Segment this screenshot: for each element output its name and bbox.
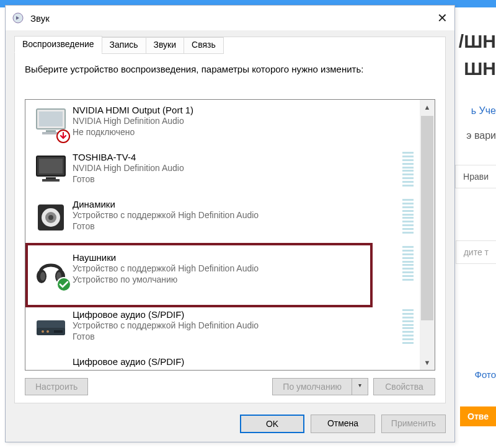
spdif-icon <box>29 308 73 348</box>
device-controller: Устройство с поддержкой High Definition … <box>73 320 416 331</box>
svg-rect-2 <box>39 112 63 126</box>
bg-link-1[interactable]: ь Уче <box>471 105 496 116</box>
bg-input-box[interactable]: дите т <box>456 240 496 264</box>
instructions-text: Выберите устройство воспроизведения, пар… <box>25 63 435 76</box>
monitor-icon <box>29 151 73 190</box>
device-status: Не подключено <box>73 126 416 138</box>
properties-button[interactable]: Свойства <box>373 378 435 395</box>
sheet-button-row: Настроить По умолчанию ▾ Свойства <box>25 378 435 395</box>
level-meter <box>402 152 414 187</box>
device-name: Цифровое аудио (S/PDIF) <box>73 356 416 367</box>
device-item[interactable]: NVIDIA HDMI Output (Port 1) NVIDIA High … <box>25 100 420 147</box>
device-controller: Устройство с поддержкой High Definition … <box>73 263 416 274</box>
headphones-icon <box>29 251 73 291</box>
device-list[interactable]: NVIDIA HDMI Output (Port 1) NVIDIA High … <box>25 100 420 370</box>
close-button[interactable]: ✕ <box>430 6 454 30</box>
svg-rect-3 <box>46 130 56 132</box>
set-default-button[interactable]: По умолчанию ▾ <box>272 378 368 395</box>
svg-rect-8 <box>46 177 56 179</box>
tab-recording[interactable]: Запись <box>102 37 146 54</box>
device-name: NVIDIA HDMI Output (Port 1) <box>73 105 416 115</box>
configure-button[interactable]: Настроить <box>25 378 88 395</box>
chevron-down-icon[interactable]: ▾ <box>352 379 368 395</box>
device-status: Готов <box>73 331 416 342</box>
device-status: Готов <box>73 173 416 185</box>
device-item[interactable]: Цифровое аудио (S/PDIF) Устройство с под… <box>25 304 420 351</box>
titlebar[interactable]: Звук ✕ <box>6 6 454 30</box>
sound-dialog-icon <box>12 12 24 24</box>
ok-button[interactable]: OK <box>240 415 304 433</box>
tab-sheet: Воспроизведение Запись Звуки Связь Выбер… <box>14 37 446 403</box>
device-list-container: NVIDIA HDMI Output (Port 1) NVIDIA High … <box>25 99 435 371</box>
spdif-icon <box>29 355 73 370</box>
sound-dialog: Звук ✕ Воспроизведение Запись Звуки Связ… <box>5 5 455 442</box>
set-default-label: По умолчанию <box>273 379 352 395</box>
default-check-badge-icon <box>56 277 71 292</box>
device-controller: NVIDIA High Definition Audio <box>73 115 416 126</box>
svg-point-21 <box>42 330 44 333</box>
svg-point-16 <box>40 272 45 281</box>
bg-like-box[interactable]: Нрави <box>455 165 496 188</box>
device-name: TOSHIBA-TV-4 <box>73 152 416 162</box>
scroll-down-icon[interactable]: ▼ <box>420 355 435 370</box>
scroll-thumb[interactable] <box>421 116 433 320</box>
cancel-button[interactable]: Отмена <box>311 415 375 433</box>
device-name: Цифровое аудио (S/PDIF) <box>73 309 416 320</box>
bg-photo-link[interactable]: Фото <box>475 369 496 380</box>
device-name: Наушники <box>73 252 416 263</box>
tab-playback[interactable]: Воспроизведение <box>14 36 102 53</box>
device-name: Динамики <box>73 199 416 209</box>
bg-heading-1: /ШН <box>459 31 496 52</box>
bg-text-2: э вари <box>466 130 496 141</box>
device-item[interactable]: Наушники Устройство с поддержкой High De… <box>25 241 420 304</box>
svg-point-13 <box>48 215 53 220</box>
level-meter <box>402 246 414 281</box>
unplugged-badge-icon <box>56 130 70 143</box>
bg-answer-button[interactable]: Отве <box>460 406 496 426</box>
monitor-icon <box>29 103 73 143</box>
svg-rect-23 <box>54 330 63 333</box>
svg-rect-7 <box>39 159 63 173</box>
tab-bar: Воспроизведение Запись Звуки Связь <box>14 36 223 53</box>
level-meter <box>402 199 414 234</box>
device-controller: NVIDIA High Definition Audio <box>73 162 416 173</box>
bg-heading-2: ШН <box>464 58 496 79</box>
dialog-button-row: OK Отмена Применить <box>240 415 446 433</box>
device-item[interactable]: Цифровое аудио (S/PDIF) <box>25 351 420 370</box>
tab-communications[interactable]: Связь <box>184 37 224 54</box>
device-status: Готов <box>73 221 416 232</box>
device-controller: Устройство с поддержкой High Definition … <box>73 209 416 221</box>
svg-rect-9 <box>42 179 60 182</box>
tab-sounds[interactable]: Звуки <box>146 37 185 54</box>
apply-button[interactable]: Применить <box>381 415 446 433</box>
level-meter <box>402 309 414 344</box>
speaker-icon <box>29 198 73 237</box>
scroll-up-icon[interactable]: ▲ <box>420 100 435 115</box>
device-item[interactable]: Динамики Устройство с поддержкой High De… <box>25 194 420 241</box>
svg-point-22 <box>46 330 49 333</box>
device-item[interactable]: TOSHIBA-TV-4 NVIDIA High Definition Audi… <box>25 147 420 194</box>
device-list-scrollbar[interactable]: ▲ ▼ <box>420 100 435 370</box>
dialog-title: Звук <box>30 13 430 24</box>
device-status: Устройство по умолчанию <box>73 274 416 285</box>
svg-point-18 <box>57 278 71 291</box>
